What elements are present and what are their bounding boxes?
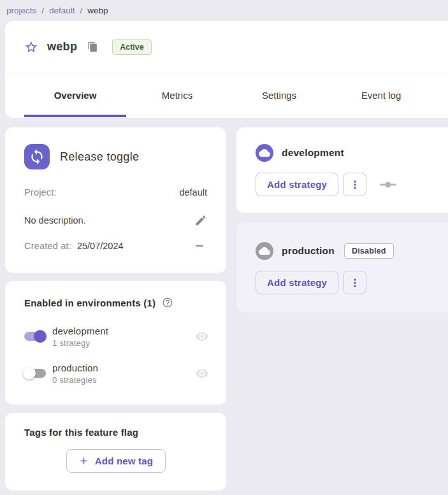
tags-card: Tags for this feature flag Add new tag — [5, 413, 226, 491]
flag-type-row: Release toggle — [24, 144, 207, 169]
visibility-icon-production[interactable] — [195, 366, 209, 380]
page-title: webp — [47, 40, 77, 54]
breadcrumb: projects / default / webp — [0, 0, 448, 16]
tags-title: Tags for this feature flag — [24, 427, 207, 438]
add-new-tag-label: Add new tag — [95, 456, 153, 466]
environment-card-production: production Disabled Add strategy — [236, 223, 448, 312]
more-options-button-production[interactable] — [343, 271, 366, 294]
enabled-environments-title: Enabled in environments (1) — [24, 298, 155, 308]
environment-card-name: development — [282, 147, 344, 159]
release-toggle-icon — [24, 144, 50, 169]
left-column: Release toggle Project: default No descr… — [5, 127, 226, 491]
disabled-badge: Disabled — [344, 243, 394, 259]
created-row: Created at: 25/07/2024 — [24, 240, 207, 252]
environment-name: development — [52, 326, 108, 336]
flag-type-title: Release toggle — [60, 150, 139, 164]
add-new-tag-button[interactable]: Add new tag — [66, 449, 166, 473]
add-strategy-button-development[interactable]: Add strategy — [256, 173, 338, 196]
project-row: Project: default — [24, 186, 207, 199]
add-strategy-button-production[interactable]: Add strategy — [256, 271, 338, 294]
environment-strategy-count: 1 strategy — [52, 338, 108, 348]
environment-card-development: development Add strategy — [236, 127, 448, 213]
status-badge: Active — [112, 39, 152, 55]
tab-metrics[interactable]: Metrics — [126, 73, 228, 117]
development-toggle[interactable] — [23, 329, 47, 344]
production-toggle[interactable] — [23, 366, 47, 381]
favorite-star-icon[interactable] — [24, 40, 38, 54]
created-value: 25/07/2024 — [77, 241, 124, 251]
environment-row-production: production 0 strategies — [23, 359, 212, 387]
tab-bar: Overview Metrics Settings Event log — [5, 73, 448, 117]
more-options-button-development[interactable] — [343, 173, 366, 196]
project-value: default — [179, 187, 207, 197]
breadcrumb-current: webp — [87, 6, 108, 15]
kebab-icon — [349, 178, 361, 191]
environment-strategy-count: 0 strategies — [52, 375, 98, 385]
tab-overview[interactable]: Overview — [24, 73, 126, 117]
connector-icon — [380, 181, 396, 189]
main-content: Release toggle Project: default No descr… — [5, 127, 448, 491]
feature-title-row: webp Active — [5, 21, 448, 73]
tab-event-log[interactable]: Event log — [330, 73, 432, 117]
help-icon[interactable] — [162, 297, 173, 308]
copy-name-icon[interactable] — [87, 41, 98, 52]
breadcrumb-separator: / — [80, 6, 83, 15]
breadcrumb-link-default[interactable]: default — [49, 6, 75, 15]
flag-details-card: Release toggle Project: default No descr… — [5, 127, 226, 273]
cloud-icon — [256, 144, 273, 162]
project-label: Project: — [24, 187, 57, 197]
breadcrumb-link-projects[interactable]: projects — [6, 6, 36, 15]
breadcrumb-separator: / — [41, 6, 44, 15]
plus-icon — [78, 456, 89, 466]
description-row: No description. — [24, 213, 207, 228]
kebab-icon — [349, 276, 361, 289]
edit-description-icon[interactable] — [194, 214, 207, 227]
environment-name: production — [52, 362, 98, 373]
description-text: No description. — [24, 215, 86, 226]
tab-settings[interactable]: Settings — [228, 73, 330, 117]
environment-row-development: development 1 strategy — [23, 322, 212, 350]
right-column: development Add strategy production Disa… — [236, 127, 448, 312]
cloud-icon — [256, 242, 273, 260]
environment-card-name: production — [282, 245, 335, 257]
feature-header-card: webp Active Overview Metrics Settings Ev… — [5, 21, 448, 118]
created-label: Created at: — [24, 241, 71, 251]
visibility-icon-development[interactable] — [195, 329, 209, 343]
collapse-icon[interactable] — [196, 245, 203, 247]
enabled-environments-card: Enabled in environments (1) development … — [5, 281, 226, 405]
